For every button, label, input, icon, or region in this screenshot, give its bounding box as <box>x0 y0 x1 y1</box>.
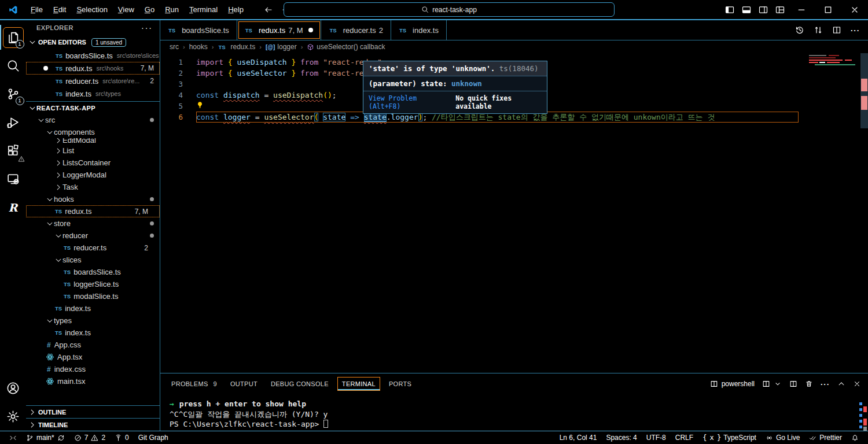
tree-item-boardsslice-ts[interactable]: TSboardsSlice.ts <box>26 266 160 278</box>
open-editor-item[interactable]: TSredux.tssrc\hooks7, M <box>26 62 160 75</box>
panel-maximize[interactable] <box>837 380 845 388</box>
tree-item-index-css[interactable]: #index.css <box>26 363 160 375</box>
menu-terminal[interactable]: Terminal <box>184 4 223 15</box>
activity-run-debug[interactable] <box>0 108 26 136</box>
new-terminal-dropdown[interactable] <box>762 380 782 388</box>
tab-index-ts[interactable]: TSindex.ts <box>391 20 447 40</box>
panel-tab-ports[interactable]: PORTS <box>385 378 415 390</box>
status-encoding[interactable]: UTF-8 <box>642 431 671 444</box>
split-editor-icon[interactable] <box>832 25 841 35</box>
more-actions-icon[interactable]: ··· <box>851 26 860 35</box>
open-editor-item[interactable]: TSindex.tssrc\types <box>26 87 160 100</box>
outline-section[interactable]: OUTLINE <box>26 405 160 418</box>
terminal-shell-label[interactable]: powershell <box>710 380 755 388</box>
tree-item-index-ts[interactable]: TSindex.ts <box>26 327 160 339</box>
tree-item-loggermodal[interactable]: LoggerModal <box>26 169 160 181</box>
panel-tab-output[interactable]: OUTPUT <box>226 378 262 390</box>
activity-accounts[interactable] <box>0 374 26 402</box>
tree-item-components[interactable]: components <box>26 126 160 138</box>
maximize-button[interactable] <box>815 0 841 19</box>
tree-item-list[interactable]: List <box>26 145 160 157</box>
back-icon[interactable] <box>264 5 273 14</box>
tree-item-task[interactable]: Task <box>26 181 160 193</box>
status-problems[interactable]: 72 <box>69 431 110 444</box>
tree-item-redux-ts[interactable]: TSredux.ts7, M <box>26 205 160 217</box>
tree-item-loggerslice-ts[interactable]: TSloggerSlice.ts <box>26 278 160 290</box>
timeline-section[interactable]: TIMELINE <box>26 418 160 431</box>
breadcrumb-item[interactable]: [@]logger <box>266 43 297 51</box>
menu-go[interactable]: Go <box>139 4 160 15</box>
breadcrumb-item[interactable]: hooks <box>189 43 208 51</box>
minimap[interactable] <box>808 54 860 124</box>
tree-item-index-ts[interactable]: TSindex.ts <box>26 302 160 314</box>
close-button[interactable] <box>841 0 868 19</box>
tree-item-hooks[interactable]: hooks <box>26 193 160 205</box>
open-changes-icon[interactable] <box>814 25 823 35</box>
tree-item-modalslice-ts[interactable]: TSmodalSlice.ts <box>26 290 160 302</box>
toggle-panel-icon[interactable] <box>742 5 751 14</box>
status-git-graph[interactable]: Git Graph <box>134 431 173 444</box>
tree-item-main-tsx[interactable]: main.tsx <box>26 375 160 387</box>
tree-item-app-tsx[interactable]: App.tsx <box>26 351 160 363</box>
panel-tab-debug-console[interactable]: DEBUG CONSOLE <box>267 378 333 390</box>
open-editor-item[interactable]: TSboardsSlice.tssrc\store\slices <box>26 49 160 62</box>
activity-r-extension[interactable]: R <box>0 193 26 221</box>
status-indentation[interactable]: Spaces: 4 <box>601 431 641 444</box>
tree-item-reducer[interactable]: reducer <box>26 230 160 242</box>
menu-edit[interactable]: Edit <box>48 4 71 15</box>
activity-settings[interactable] <box>0 402 26 431</box>
status-ports-forwarded[interactable]: 0 <box>110 431 134 444</box>
tree-item-src[interactable]: src <box>26 114 160 126</box>
open-editors-header[interactable]: OPEN EDITORS 1 unsaved <box>26 35 160 49</box>
tree-item-app-css[interactable]: #App.css <box>26 339 160 351</box>
breadcrumb-item[interactable]: useSelector() callback <box>307 43 385 51</box>
tree-item-reducer-ts[interactable]: TSreducer.ts2 <box>26 242 160 254</box>
kill-terminal[interactable] <box>805 380 813 388</box>
tab-redux-ts[interactable]: TSredux.ts7, M <box>237 20 322 40</box>
status-go-live[interactable]: Go Live <box>761 431 804 444</box>
activity-search[interactable] <box>0 51 26 80</box>
status-language-mode[interactable]: { x }TypeScript <box>698 431 761 444</box>
panel-more[interactable]: ··· <box>821 380 830 388</box>
status-remote[interactable] <box>5 431 21 444</box>
menu-file[interactable]: File <box>25 4 48 15</box>
minimize-button[interactable] <box>788 0 815 19</box>
breadcrumb-item[interactable]: src <box>170 43 179 51</box>
activity-remote-explorer[interactable] <box>0 165 26 193</box>
view-problem-link[interactable]: View Problem (Alt+F8) <box>369 94 444 110</box>
editor-scrollbar[interactable] <box>860 53 868 128</box>
status-prettier[interactable]: Prettier <box>804 431 847 444</box>
open-timeline-icon[interactable] <box>795 25 804 35</box>
open-editor-item[interactable]: TSreducer.tssrc\store\re...2 <box>26 75 160 87</box>
activity-source-control[interactable]: 1 <box>0 80 26 108</box>
status-git-branch[interactable]: main* <box>21 431 69 444</box>
status-eol[interactable]: CRLF <box>671 431 698 444</box>
tree-item-store[interactable]: store <box>26 217 160 230</box>
sidebar-more-icon[interactable]: ··· <box>141 23 153 32</box>
activity-extensions[interactable] <box>0 136 26 165</box>
status-notifications[interactable] <box>847 431 863 444</box>
split-terminal[interactable] <box>789 380 797 388</box>
tree-item-listscontainer[interactable]: ListsContainer <box>26 157 160 169</box>
activity-explorer[interactable]: 1 <box>0 23 26 51</box>
command-center-search[interactable]: react-task-app <box>284 2 615 17</box>
tree-item-editmodal[interactable]: EditModal <box>26 138 160 145</box>
status-cursor-position[interactable]: Ln 6, Col 41 <box>555 431 602 444</box>
menu-run[interactable]: Run <box>160 4 184 15</box>
tab-boardsSlice-ts[interactable]: TSboardsSlice.ts <box>160 20 237 40</box>
tree-item-slices[interactable]: slices <box>26 254 160 266</box>
menu-help[interactable]: Help <box>223 4 249 15</box>
customize-layout-icon[interactable] <box>775 5 785 14</box>
tab-reducer-ts[interactable]: TSreducer.ts2 <box>321 20 391 40</box>
tree-item-types[interactable]: types <box>26 314 160 327</box>
toggle-secondary-sidebar-icon[interactable] <box>759 5 768 14</box>
breadcrumb-item[interactable]: TSredux.ts <box>218 43 255 51</box>
terminal-output[interactable]: →press h + enter to show help^C^C일괄 작업을 … <box>170 399 328 430</box>
lightbulb-icon[interactable] <box>196 101 204 109</box>
panel-tab-terminal[interactable]: TERMINAL <box>338 378 380 390</box>
code-editor[interactable]: 1import { useDispatch } from "react-redu… <box>160 53 868 373</box>
tree-item-react-task-app[interactable]: REACT-TASK-APP <box>26 102 160 114</box>
panel-tab-problems[interactable]: PROBLEMS9 <box>167 378 221 390</box>
menu-view[interactable]: View <box>113 4 139 15</box>
toggle-sidebar-icon[interactable] <box>725 5 734 14</box>
